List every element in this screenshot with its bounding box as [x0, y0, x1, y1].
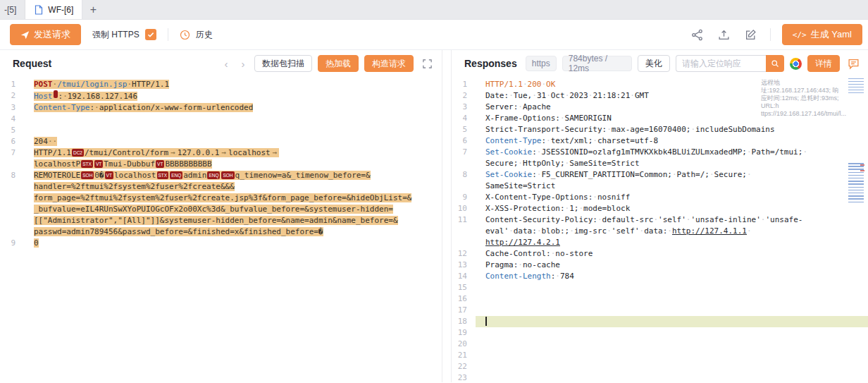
hot-reload-button[interactable]: 热加载 — [318, 55, 359, 72]
line-number: 6 — [0, 136, 24, 147]
panel-splitter[interactable] — [442, 50, 451, 382]
response-editor[interactable]: 远程地址:192.168.127.146:443; 响 应时间:12ms; 总耗… — [452, 77, 868, 382]
editor-line[interactable]: 18 — [452, 316, 868, 327]
clock-icon — [180, 30, 190, 40]
line-number: 4 — [0, 114, 24, 125]
packet-scan-button[interactable]: 数据包扫描 — [254, 55, 312, 72]
line-number: 11 — [452, 214, 476, 248]
control-char-badge: SOH — [221, 171, 234, 179]
minimap-mark — [860, 170, 864, 171]
tab-wf-5[interactable]: -[5] — [0, 0, 25, 19]
construct-request-label: 构造请求 — [372, 58, 406, 70]
line-number: 3 — [0, 102, 24, 114]
search-button[interactable] — [766, 55, 784, 72]
minimap-mark — [860, 164, 864, 166]
send-request-button[interactable]: 发送请求 — [10, 24, 81, 45]
control-char-badge: VT — [105, 171, 113, 179]
response-title: Responses — [464, 58, 517, 69]
editor-line[interactable]: 6204·· — [0, 136, 442, 147]
editor-line[interactable]: 17 — [452, 305, 868, 316]
control-char-badge: ENQ — [170, 171, 182, 179]
edit-icon[interactable] — [743, 27, 759, 42]
force-https-toggle[interactable]: 强制 HTTPS — [92, 29, 156, 41]
fullscreen-icon[interactable] — [419, 56, 435, 71]
request-editor[interactable]: 1POST·/tmui/login.jsp·HTTP/1.12Host:·192… — [0, 77, 442, 382]
editor-line[interactable]: 3Content-Type:·application/x-www-form-ur… — [0, 102, 442, 114]
control-char-badge: SOH — [81, 171, 94, 179]
editor-line[interactable]: 10X-XSS-Protection:·1;·mode=block — [452, 203, 868, 214]
editor-line[interactable]: 21 — [452, 350, 868, 361]
line-number: 4 — [452, 113, 476, 124]
editor-line[interactable]: 23 — [452, 372, 868, 382]
detail-button[interactable]: 详情 — [807, 55, 840, 72]
generate-yaml-button[interactable]: </> 生成 Yaml — [782, 24, 862, 45]
editor-line[interactable]: 14Content-Length:·784 — [452, 271, 868, 282]
main-split: Request ‹ › 数据包扫描 热加载 构造请求 1POST·/tmui/l… — [0, 50, 868, 382]
beautify-label: 美化 — [645, 58, 662, 70]
request-panel: Request ‹ › 数据包扫描 热加载 构造请求 1POST·/tmui/l… — [0, 50, 442, 382]
control-char-badge: VT — [94, 160, 103, 168]
editor-line[interactable]: 2Host:·192.168.127.146 — [0, 90, 442, 102]
search-input[interactable] — [676, 55, 766, 72]
export-icon[interactable] — [717, 27, 732, 42]
editor-line[interactable]: 7HTTP/1.1DC2/tmui/Control/form→127.0.0.1… — [0, 147, 442, 170]
line-number: 1 — [452, 79, 476, 90]
tab-bar: -[5] WF-[6] + — [0, 0, 868, 20]
protocol-badge: https — [526, 56, 557, 71]
editor-line[interactable]: 5Strict-Transport-Security:·max-age=1607… — [452, 124, 868, 135]
line-number: 5 — [0, 125, 24, 136]
history-button[interactable]: 历史 — [180, 29, 213, 41]
tab-wf-6[interactable]: WF-[6] — [25, 0, 82, 19]
line-number: 16 — [452, 293, 476, 305]
editor-line[interactable]: 19 — [452, 327, 868, 339]
toolbar-right-group: </> 生成 Yaml — [690, 24, 858, 45]
force-https-label: 强制 HTTPS — [92, 29, 140, 41]
editor-line[interactable]: 12Cache-Control:·no-store — [452, 248, 868, 260]
construct-request-button[interactable]: 构造请求 — [364, 55, 414, 72]
send-request-label: 发送请求 — [34, 28, 70, 41]
control-char-badge: VT — [156, 160, 164, 168]
text-cursor — [485, 317, 487, 326]
editor-line[interactable]: 9X-Content-Type-Options:·nosniff — [452, 192, 868, 203]
editor-line[interactable]: 15 — [452, 282, 868, 293]
editor-line[interactable]: 7Set-Cookie:·JSESSIONID=ozlafg1mTMVKXkbk… — [452, 147, 868, 169]
control-char-badge: ENQ — [207, 171, 220, 179]
editor-line[interactable]: 22 — [452, 361, 868, 372]
line-number: 1 — [0, 79, 24, 90]
line-number: 7 — [452, 147, 476, 169]
editor-line[interactable]: 4 — [0, 114, 442, 125]
editor-line[interactable]: 8REMOTEROLESOH0�VTlocalhostSTXENQadminEN… — [0, 170, 442, 238]
editor-line[interactable]: 6Content-Type:·text/xml;·charset=utf-8 — [452, 135, 868, 147]
line-number: 18 — [452, 316, 476, 327]
line-number: 2 — [0, 90, 24, 102]
add-tab-button[interactable]: + — [82, 0, 104, 19]
minimap[interactable] — [848, 78, 865, 382]
prev-packet-button[interactable]: ‹ — [221, 59, 232, 69]
next-packet-button[interactable]: › — [237, 59, 249, 69]
editor-line[interactable]: 16 — [452, 293, 868, 305]
line-number: 23 — [452, 372, 476, 382]
generate-yaml-label: 生成 Yaml — [811, 28, 852, 41]
editor-line[interactable]: 20 — [452, 339, 868, 350]
editor-line[interactable]: 5 — [0, 125, 442, 136]
control-char-badge: DC2 — [72, 149, 84, 157]
tab-label: WF-[6] — [48, 5, 73, 15]
editor-line[interactable]: 11Content-Security-Policy:·default-src·'… — [452, 214, 868, 248]
editor-line[interactable]: 8Set-Cookie:·F5_CURRENT_PARTITION=Common… — [452, 169, 868, 192]
history-label: 历史 — [196, 29, 213, 41]
line-number: 9 — [0, 238, 24, 249]
response-info-overlay: 远程地址:192.168.127.146:443; 响 应时间:12ms; 总耗… — [761, 79, 845, 118]
share-icon[interactable] — [690, 27, 705, 42]
force-https-checkbox[interactable] — [145, 29, 156, 40]
minimap-mark — [848, 78, 864, 94]
line-number: 15 — [452, 282, 476, 293]
editor-line[interactable]: 90 — [0, 238, 442, 249]
comment-icon[interactable] — [845, 56, 861, 71]
open-in-chrome-icon[interactable] — [790, 58, 802, 70]
editor-line[interactable]: 1POST·/tmui/login.jsp·HTTP/1.1 — [0, 79, 442, 90]
beautify-button[interactable]: 美化 — [638, 55, 670, 72]
request-panel-header: Request ‹ › 数据包扫描 热加载 构造请求 — [0, 50, 442, 77]
line-number: 8 — [452, 169, 476, 192]
editor-line[interactable]: 13Pragma:·no-cache — [452, 260, 868, 271]
line-number: 6 — [452, 135, 476, 147]
